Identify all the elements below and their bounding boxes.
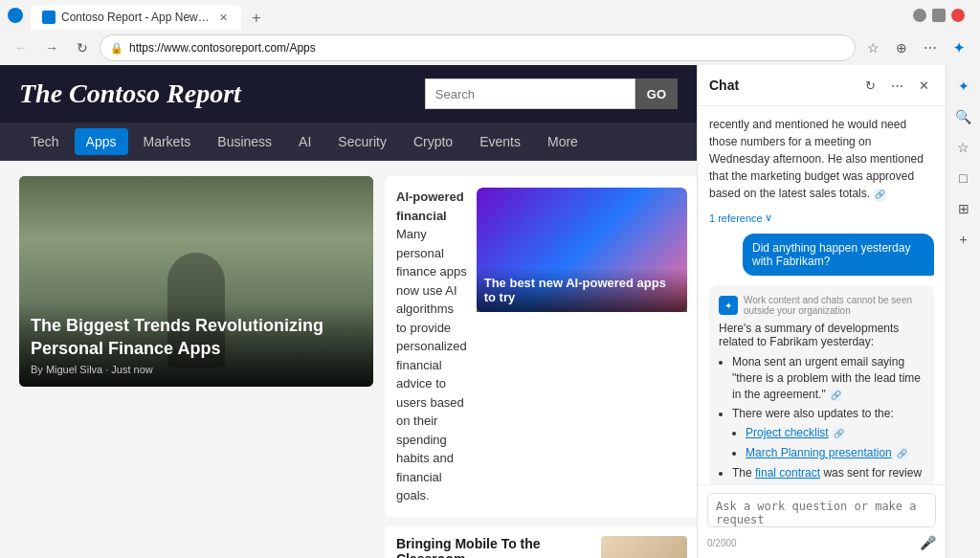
nav-bar: ← → ↻ 🔒 https://www.contosoreport.com/Ap…	[0, 31, 980, 65]
ai-bullet-list: Mona sent an urgent email saying "there …	[719, 354, 924, 481]
active-tab[interactable]: Contoso Report - App News and Upd... ✕	[31, 5, 241, 30]
featured-grid: The Biggest Trends Revolutionizing Perso…	[19, 176, 678, 558]
bullet1-ref[interactable]: 🔗	[829, 389, 842, 402]
char-count: 0/2000	[707, 538, 737, 548]
ai-response-bubble: ✦ Work content and chats cannot be seen …	[709, 285, 934, 484]
nav-item-security[interactable]: Security	[326, 128, 398, 155]
featured-right: AI-powered financial Many personal finan…	[385, 176, 697, 558]
chat-input-area: 0/2000 🎤	[698, 484, 946, 558]
ai-copilot-icon: ✦	[719, 296, 738, 315]
nav-item-business[interactable]: Business	[206, 128, 283, 155]
title-bar: Contoso Report - App News and Upd... ✕ +	[0, 0, 980, 31]
ai-image-overlay: The best new AI-powered apps to try	[477, 268, 687, 312]
search-button[interactable]: GO	[635, 78, 678, 109]
ai-apps-image[interactable]: The best new AI-powered apps to try	[477, 188, 687, 505]
ai-bullet-3: The final contract was sent for review	[732, 465, 924, 481]
featured-left-overlay: The Biggest Trends Revolutionizing Perso…	[19, 303, 373, 387]
featured-left-article[interactable]: The Biggest Trends Revolutionizing Perso…	[19, 176, 373, 387]
ai-bubble-header: ✦ Work content and chats cannot be seen …	[719, 295, 924, 316]
sidebar-copilot-icon[interactable]: ✦	[950, 73, 977, 100]
featured-left-meta: By Miguel Silva · Just now	[31, 364, 362, 375]
chat-close-icon[interactable]: ✕	[913, 75, 934, 96]
browser-logo	[8, 8, 23, 23]
ai-sub-list: Project checklist 🔗 March Planning prese…	[732, 425, 924, 461]
chat-header-icons: ↻ ⋯ ✕	[859, 75, 934, 96]
nav-right-icons: ☆ ⊕ ⋯ ✦	[859, 34, 972, 61]
chat-body: recently and mentioned he would need tho…	[698, 106, 946, 484]
collections-icon[interactable]: ⊕	[888, 34, 915, 61]
chat-input-footer: 0/2000 🎤	[707, 535, 936, 550]
site-header: The Contoso Report GO	[0, 65, 697, 123]
main-area: The Contoso Report GO Tech Apps Markets …	[0, 65, 980, 558]
tab-favicon	[42, 11, 56, 24]
ai-image: The best new AI-powered apps to try	[477, 188, 687, 312]
sidebar-add-icon[interactable]: +	[950, 226, 977, 253]
ai-bullet-1: Mona sent an urgent email saying "there …	[732, 354, 924, 402]
featured-right-top: AI-powered financial Many personal finan…	[385, 176, 697, 517]
project-checklist-link[interactable]: Project checklist	[746, 426, 829, 439]
mic-icon[interactable]: 🎤	[920, 535, 936, 550]
more-icon[interactable]: ⋯	[917, 34, 944, 61]
ai-article-body: Many personal finance apps now use AI al…	[396, 227, 467, 502]
maximize-button[interactable]	[932, 9, 946, 22]
ai-bullet-2: There were also updates to the: Project …	[732, 406, 924, 460]
nav-item-more[interactable]: More	[536, 128, 590, 155]
bottom-article-title: Bringing Mobile To the Classroom	[396, 536, 590, 559]
user-message-bubble: Did anything happen yesterday with Fabri…	[743, 234, 934, 276]
sub2-ref[interactable]: 🔗	[895, 447, 908, 460]
sub1-ref[interactable]: 🔗	[832, 427, 845, 440]
search-bar: GO	[425, 78, 678, 109]
bottom-article-image	[601, 536, 687, 559]
webpage: The Contoso Report GO Tech Apps Markets …	[0, 65, 697, 558]
nav-item-crypto[interactable]: Crypto	[402, 128, 464, 155]
title-bar-left	[8, 8, 23, 23]
url-text: https://www.contosoreport.com/Apps	[129, 41, 845, 55]
site-nav: Tech Apps Markets Business AI Security C…	[0, 123, 697, 161]
page-content: The Biggest Trends Revolutionizing Perso…	[0, 161, 697, 558]
ai-response-intro: Here's a summary of developments related…	[719, 322, 924, 348]
refresh-button[interactable]: ↻	[69, 34, 96, 61]
site-title: The Contoso Report	[19, 78, 241, 109]
ai-sub-bullet-2: March Planning presentation 🔗	[746, 445, 924, 461]
minimize-button[interactable]	[913, 9, 926, 22]
bottom-article-text: Bringing Mobile To the Classroom A new e…	[396, 536, 590, 559]
featured-left-title: The Biggest Trends Revolutionizing Perso…	[31, 315, 362, 360]
chat-panel: Chat ↻ ⋯ ✕ recently and mentioned he wou…	[697, 65, 946, 558]
nav-item-events[interactable]: Events	[468, 128, 532, 155]
chat-input[interactable]	[707, 493, 936, 527]
featured-right-bottom[interactable]: Bringing Mobile To the Classroom A new e…	[385, 526, 697, 559]
nav-item-markets[interactable]: Markets	[132, 128, 203, 155]
chat-title: Chat	[709, 78, 739, 93]
ai-bubble-note: Work content and chats cannot be seen ou…	[744, 295, 924, 316]
context-ref-num[interactable]: 🔗	[873, 189, 886, 202]
ai-sub-bullet-1: Project checklist 🔗	[746, 425, 924, 441]
copilot-icon[interactable]: ✦	[946, 34, 972, 61]
ai-article-title: AI-powered financial	[396, 190, 464, 223]
url-bar[interactable]: 🔒 https://www.contosoreport.com/Apps	[100, 34, 856, 61]
favorites-icon[interactable]: ☆	[859, 34, 886, 61]
chat-context-text: recently and mentioned he would need tho…	[709, 116, 934, 202]
tab-title: Contoso Report - App News and Upd...	[61, 11, 212, 24]
tab-close-button[interactable]: ✕	[217, 10, 230, 26]
chat-more-icon[interactable]: ⋯	[886, 75, 907, 96]
sidebar-collections-icon[interactable]: □	[950, 165, 977, 191]
back-button[interactable]: ←	[8, 34, 34, 61]
ai-article-text: AI-powered financial Many personal finan…	[396, 188, 467, 505]
new-tab-button[interactable]: +	[243, 5, 270, 32]
march-planning-link[interactable]: March Planning presentation	[746, 446, 892, 459]
sidebar-search-icon[interactable]: 🔍	[950, 103, 977, 130]
close-button[interactable]	[951, 9, 965, 22]
sidebar-history-icon[interactable]: ⊞	[950, 195, 977, 222]
search-input[interactable]	[425, 78, 635, 109]
ai-image-caption: The best new AI-powered apps to try	[484, 276, 679, 304]
nav-item-tech[interactable]: Tech	[19, 128, 71, 155]
right-sidebar: ✦ 🔍 ☆ □ ⊞ +	[946, 65, 980, 558]
chat-refresh-icon[interactable]: ↻	[859, 75, 880, 96]
nav-item-ai[interactable]: AI	[287, 128, 323, 155]
forward-button[interactable]: →	[38, 34, 65, 61]
nav-item-apps[interactable]: Apps	[75, 128, 128, 155]
sidebar-favorites-icon[interactable]: ☆	[950, 134, 977, 161]
references-row-1[interactable]: 1 reference ∨	[709, 212, 934, 224]
final-contract-link[interactable]: final contract	[755, 466, 820, 480]
chat-header: Chat ↻ ⋯ ✕	[698, 65, 946, 106]
